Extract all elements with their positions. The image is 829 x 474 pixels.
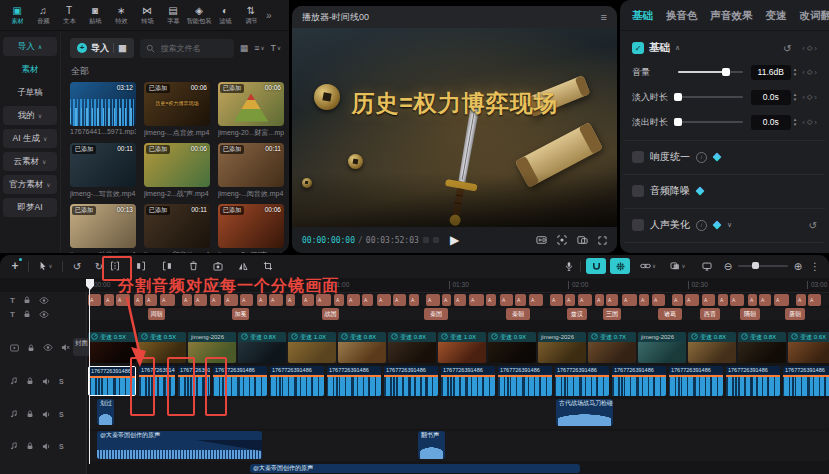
value-input[interactable]: 0.0s: [751, 90, 791, 105]
sidebar-item-即梦AI[interactable]: 即梦AI: [3, 198, 57, 217]
slider-1[interactable]: [678, 96, 743, 98]
reset-icon[interactable]: ↺: [783, 43, 791, 54]
info-icon[interactable]: i: [696, 220, 707, 231]
value-input[interactable]: 0.0s: [751, 115, 791, 130]
toolbar-tab-audio[interactable]: ♫音频: [30, 5, 56, 26]
subtitle-clip[interactable]: A: [796, 294, 806, 306]
audio-segment[interactable]: 1767726391486: [498, 366, 552, 396]
checkbox-响度统一[interactable]: [632, 151, 644, 163]
video-clip[interactable]: 变速 1.0X: [288, 332, 336, 363]
sidebar-item-导入[interactable]: 导入∧: [3, 37, 57, 56]
toolbar-tab-transition[interactable]: ⋈转场: [134, 5, 160, 26]
toolbar-tab-smart-pack[interactable]: ◈智能包装: [186, 5, 212, 26]
media-card[interactable]: 已添加00:06jimeng-2...隆”声.mp4: [218, 204, 284, 253]
keyword-text-clip[interactable]: 秦国: [424, 308, 448, 320]
subtitle-clip[interactable]: A: [606, 294, 618, 306]
video-clip[interactable]: 变速 0.8X: [388, 332, 436, 363]
tab-变速[interactable]: 变速: [766, 9, 787, 23]
keyword-text-clip[interactable]: 楚汉: [567, 308, 587, 320]
toolbar-tab-sticker[interactable]: ◙贴纸: [82, 5, 108, 26]
subtitle-clip[interactable]: A: [702, 294, 715, 306]
checkbox-音频降噪[interactable]: [632, 185, 644, 197]
video-clip[interactable]: 变速 0.8X: [238, 332, 286, 363]
keyframe-controls[interactable]: ‹◇›: [802, 68, 817, 77]
sidebar-item-AI 生成[interactable]: AI 生成∨: [3, 129, 57, 148]
subtitle-clip[interactable]: A: [652, 294, 665, 306]
category-all-label[interactable]: 全部: [71, 65, 281, 78]
subtitle-clip[interactable]: A: [426, 294, 440, 306]
tab-换音色[interactable]: 换音色: [666, 9, 698, 23]
subtitle-clip[interactable]: A: [347, 294, 360, 306]
collapse-icon[interactable]: ∧: [675, 44, 680, 52]
subtitle-clip[interactable]: A: [454, 294, 466, 306]
keyframe-controls[interactable]: ‹◇›: [802, 44, 817, 53]
keyword-text-clip[interactable]: 隋朝: [740, 308, 760, 320]
keyword-text-clip[interactable]: 战国: [322, 308, 339, 320]
stepper[interactable]: ▴▾: [794, 92, 797, 102]
slider-2[interactable]: [678, 121, 743, 123]
media-card[interactable]: 历史=权力博弈现场已添加00:06jimeng-...点音效.mp4: [144, 82, 210, 138]
subtitle-clip[interactable]: A: [486, 294, 496, 306]
keyword-text-clip[interactable]: 三国: [603, 308, 621, 320]
audio-clip[interactable]: @大秦帝国创作的原声: [250, 464, 580, 473]
keyword-text-clip[interactable]: 诸葛: [658, 308, 682, 320]
fullscreen-icon[interactable]: [598, 236, 607, 245]
toolbar-tab-filters[interactable]: ◐滤镜: [212, 5, 238, 26]
audio-segment[interactable]: 1767726391486: [327, 366, 381, 396]
search-input[interactable]: [159, 43, 228, 54]
tab-声音效果[interactable]: 声音效果: [711, 9, 753, 23]
subtitle-clip[interactable]: A: [808, 294, 821, 306]
subtitle-clip[interactable]: A: [759, 294, 771, 306]
subtitle-clip[interactable]: A: [730, 294, 744, 306]
subtitle-clip[interactable]: A: [377, 294, 391, 306]
media-card[interactable]: 已添加00:11jimeng-...阅音效.mp4: [218, 143, 284, 199]
stepper[interactable]: ▴▾: [794, 67, 797, 77]
video-clip[interactable]: 变速 0.8X: [338, 332, 386, 363]
toolbar-tab-adjust[interactable]: ⇅调节: [238, 5, 264, 26]
basic-section-checkbox[interactable]: ✓: [632, 42, 644, 54]
audio-segment[interactable]: 1767726391486: [270, 366, 324, 396]
video-clip[interactable]: 变速 0.7X: [588, 332, 636, 363]
keyword-text-clip[interactable]: 唐朝: [785, 308, 805, 320]
audio-segment[interactable]: 1767726391486: [384, 366, 438, 396]
keyword-text-clip[interactable]: 秦朝: [506, 308, 530, 320]
audio-segment[interactable]: 1767726391486: [441, 366, 495, 396]
subtitle-clip[interactable]: A: [578, 294, 592, 306]
subtitle-clip[interactable]: A: [685, 294, 699, 306]
subtitle-clip[interactable]: A: [672, 294, 683, 306]
media-card[interactable]: 已添加00:06jimeng-2...战”声.mp4: [144, 143, 210, 199]
search-box[interactable]: [140, 39, 234, 58]
toolbar-tab-effects[interactable]: ∗特效: [108, 5, 134, 26]
info-icon[interactable]: i: [696, 152, 707, 163]
play-button[interactable]: ▶: [450, 233, 459, 247]
keyword-text-clip[interactable]: 加冕: [232, 308, 249, 320]
sidebar-item-素材[interactable]: 素材: [3, 60, 57, 79]
subtitle-clip[interactable]: A: [393, 294, 406, 306]
media-card[interactable]: 03:1217676441...5971.mp3: [70, 82, 136, 138]
checkbox-人声美化[interactable]: [632, 219, 644, 231]
video-clip[interactable]: jimeng-2026: [538, 332, 586, 363]
chevron-down-icon[interactable]: ∨: [727, 221, 732, 229]
sidebar-item-我的[interactable]: 我的∨: [3, 106, 57, 125]
subtitle-clip[interactable]: A: [639, 294, 649, 306]
keyframe-controls[interactable]: ‹◇›: [802, 93, 817, 102]
ratio-icon[interactable]: [577, 236, 588, 244]
quality-icon[interactable]: [536, 236, 547, 244]
focus-icon[interactable]: [557, 235, 567, 245]
keyword-text-clip[interactable]: 西晋: [700, 308, 720, 320]
media-card[interactable]: 已添加00:06jimeng-20...财富...mp4: [218, 82, 284, 138]
video-clip[interactable]: 变速 0.9X: [488, 332, 536, 363]
media-card[interactable]: 已添加00:13jimeng-...动音效.mp4: [70, 204, 136, 253]
audio-segment[interactable]: 1767726391486: [669, 366, 723, 396]
toolbar-tab-media[interactable]: ▣素材: [4, 5, 30, 26]
import-button[interactable]: + 导入 ▦: [70, 38, 134, 58]
toolbar-tab-text[interactable]: T文本: [56, 5, 82, 26]
audio-segment[interactable]: 1767726391486: [783, 366, 829, 396]
subtitle-clip[interactable]: A: [529, 294, 543, 306]
subtitle-clip[interactable]: A: [550, 294, 563, 306]
sidebar-item-云素材[interactable]: 云素材∨: [3, 152, 57, 171]
video-clip[interactable]: 变速 0.6X: [788, 332, 829, 363]
audio-clip[interactable]: 古代战场战马刀枪碰撞: [556, 399, 613, 426]
subtitle-clip[interactable]: A: [748, 294, 757, 306]
sort-icon[interactable]: ≡∨: [254, 43, 264, 53]
